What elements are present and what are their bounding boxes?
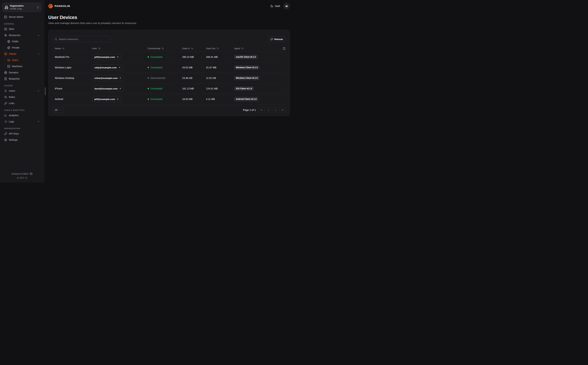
sidebar-item-server-admin[interactable]: Server Admin [2, 14, 42, 20]
globe-icon [7, 40, 10, 43]
org-switcher-value: ACME Corp. [10, 7, 23, 10]
device-name: Android [55, 98, 92, 100]
user-link-button[interactable]: david@example.com [92, 85, 124, 92]
sidebar-item-machines[interactable]: Machines [6, 63, 42, 70]
sidebar-footer: Enterprise Edition v1.13.0 [2, 173, 42, 180]
table-row: iPhone david@example.com Connected 181.1… [53, 83, 286, 94]
column-label: Agent [234, 47, 240, 50]
sidebar-item-client-users[interactable]: Users [6, 57, 42, 63]
data-in-value: 43.52 MB [182, 66, 206, 69]
org-switcher[interactable]: Organization ACME Corp. [2, 3, 42, 12]
sidebar-item-public[interactable]: Public [6, 38, 42, 45]
sidebar-resize-handle[interactable] [45, 87, 46, 95]
column-header-data-out[interactable]: Data Out [206, 47, 234, 50]
data-in-value: 23.36 GB [182, 77, 206, 79]
status-dot [148, 88, 149, 89]
external-link-icon[interactable] [25, 177, 27, 179]
sidebar-item-label: Domains [9, 71, 18, 74]
sidebar-nav: Server Admin GENERAL Sites Resources [2, 14, 42, 143]
next-page-button[interactable] [273, 107, 279, 113]
previous-page-button[interactable] [266, 107, 271, 113]
column-header-data-in[interactable]: Data In [182, 47, 206, 50]
server-icon [4, 15, 7, 19]
column-header-connectivity[interactable]: Connectivity [148, 47, 182, 50]
sidebar-item-resources[interactable]: Resources [2, 32, 42, 38]
last-page-button[interactable] [280, 107, 286, 113]
section-label-access: ACCESS [2, 84, 42, 87]
sidebar-item-domains[interactable]: Domains [2, 70, 42, 76]
agent-badge: Android Client v0.1.0 [234, 97, 258, 101]
user-link-button[interactable]: chloe@example.com [92, 75, 124, 81]
sort-icon [98, 47, 100, 49]
sidebar-item-clients[interactable]: Clients [2, 51, 42, 57]
section-label-logs-analytics: LOGS & ANALYTICS [2, 109, 42, 111]
key-icon [4, 132, 7, 135]
topbar-right: Dark M [270, 3, 290, 9]
app-root: Organization ACME Corp. Server Admin GEN… [0, 0, 294, 182]
user-link-button[interactable]: sally@example.com [92, 64, 123, 71]
devices-card: Refresh Name User Connectivity Da [48, 30, 290, 116]
column-header-agent[interactable]: Agent [234, 47, 280, 50]
sidebar-item-analytics[interactable]: Analytics [2, 112, 42, 119]
brand[interactable]: PANGOLIN [48, 4, 70, 8]
avatar[interactable]: M [283, 3, 290, 9]
section-label-general: GENERAL [2, 23, 42, 25]
chevron-up-icon [37, 34, 40, 37]
page-size-select[interactable]: 20 [53, 107, 64, 113]
search-input[interactable] [59, 38, 109, 41]
sidebar-item-logs[interactable]: Logs [2, 119, 42, 125]
sidebar-item-private[interactable]: Private [6, 45, 42, 51]
sidebar-item-sites[interactable]: Sites [2, 26, 42, 32]
theme-toggle-button[interactable]: Dark [270, 5, 280, 7]
column-header-user[interactable]: User [92, 47, 148, 50]
chevron-down-icon [59, 109, 61, 111]
sidebar: Organization ACME Corp. Server Admin GEN… [0, 0, 44, 182]
column-label: Data In [182, 47, 190, 50]
refresh-button[interactable]: Refresh [268, 36, 286, 42]
arrow-up-right-icon [118, 66, 121, 69]
table-row: Windows Lapto sally@example.com Connecte… [53, 62, 286, 73]
column-visibility-icon[interactable] [283, 47, 286, 50]
sidebar-item-settings[interactable]: Settings [2, 137, 42, 143]
sidebar-item-label: Sites [9, 28, 14, 30]
data-out-value: 124.41 MB [206, 87, 234, 90]
user-email: jeff@example.com [94, 98, 115, 100]
link-icon [4, 102, 7, 105]
logs-icon [4, 120, 7, 123]
column-header-name[interactable]: Name [55, 47, 92, 50]
arrow-up-right-icon [119, 77, 121, 79]
chevron-down-icon [37, 90, 40, 92]
sidebar-item-roles[interactable]: Roles [2, 94, 42, 100]
sidebar-item-label: Analytics [9, 114, 19, 117]
github-icon[interactable] [30, 173, 32, 175]
user-email: chloe@example.com [94, 77, 118, 79]
page-subtitle: View and manage devices that users use t… [48, 21, 290, 25]
arrow-up-right-icon [116, 98, 119, 100]
server-icon [7, 65, 10, 68]
connectivity-status: Connected [148, 66, 182, 69]
sidebar-item-users[interactable]: Users [2, 88, 42, 94]
status-dot [148, 77, 149, 79]
sidebar-item-blueprints[interactable]: Blueprints [2, 76, 42, 82]
waypoints-icon [4, 34, 7, 37]
user-link-button[interactable]: jeff@example.com [92, 96, 121, 102]
user-link-button[interactable]: jeff@example.com [92, 54, 121, 60]
brand-name: PANGOLIN [55, 5, 70, 7]
first-page-button[interactable] [258, 107, 264, 113]
data-out-value: 31.67 MB [206, 66, 234, 69]
data-in-value: 280.10 MB [182, 56, 206, 58]
chevrons-up-down-icon [36, 6, 39, 9]
arrow-up-right-icon [119, 88, 121, 90]
table-row: Windows Desktop chloe@example.com Discon… [53, 73, 286, 83]
page-header: User Devices View and manage devices tha… [48, 15, 290, 25]
connectivity-status: Connected [148, 87, 182, 90]
agent-badge: Windows Client v0.1.0 [234, 65, 260, 70]
data-in-value: 18.63 MB [182, 98, 206, 100]
receipt-icon [4, 77, 7, 80]
sites-icon [4, 28, 7, 31]
user-email: sally@example.com [94, 66, 117, 69]
sidebar-item-api-keys[interactable]: API Keys [2, 131, 42, 137]
sort-icon [216, 47, 219, 49]
status-label: Connected [151, 66, 162, 69]
sidebar-item-links[interactable]: Links [2, 100, 42, 106]
